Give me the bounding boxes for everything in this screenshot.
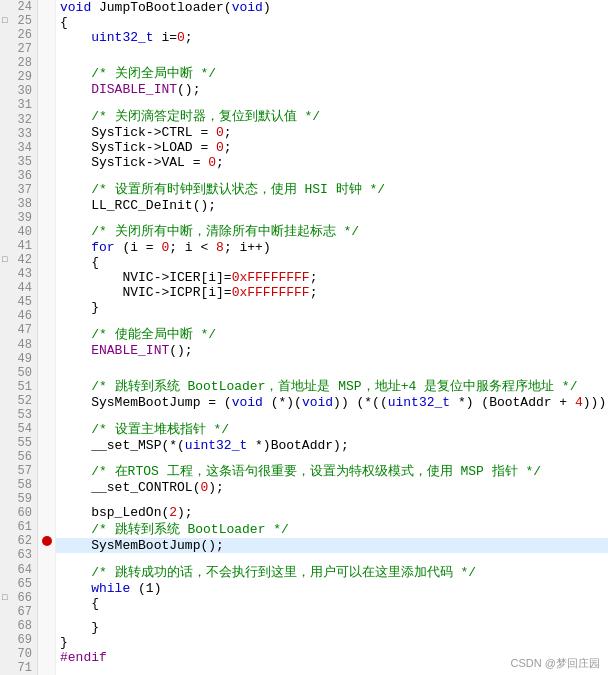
token-plain: [60, 480, 91, 495]
token-plain: {: [60, 15, 68, 30]
code-line: ENABLE_INT();: [56, 343, 608, 358]
gutter-cell: [38, 605, 55, 619]
token-plain: SysTick->VAL =: [91, 155, 208, 170]
token-plain: [60, 522, 91, 537]
token-plain: ;: [216, 155, 224, 170]
gutter-cell: [38, 450, 55, 464]
token-num: 0: [216, 125, 224, 140]
line-number: 46: [0, 309, 37, 323]
token-type: uint32_t: [91, 30, 153, 45]
token-num: 0: [177, 30, 185, 45]
token-plain: [60, 270, 122, 285]
line-number: 61: [0, 520, 37, 534]
token-plain: [60, 82, 91, 97]
code-line: void JumpToBootloader(void): [56, 0, 608, 15]
token-macro: ENABLE_INT: [91, 343, 169, 358]
token-plain: SysTick->CTRL =: [91, 125, 216, 140]
code-line: for (i = 0; i < 8; i++): [56, 240, 608, 255]
line-number: □25: [0, 14, 37, 28]
token-macro: DISABLE_INT: [91, 82, 177, 97]
editor-body: 24□2526272829303132333435363738394041□42…: [0, 0, 608, 675]
code-line: [56, 611, 608, 621]
token-plain: i=: [154, 30, 177, 45]
token-plain: JumpToBootloader(: [91, 0, 231, 15]
line-numbers: 24□2526272829303132333435363738394041□42…: [0, 0, 38, 675]
line-number: 70: [0, 647, 37, 661]
token-comment: /* 使能全局中断 */: [91, 325, 216, 343]
gutter-cell: [38, 84, 55, 98]
gutter-cell: [38, 211, 55, 225]
code-line: NVIC->ICPR[i]=0xFFFFFFFF;: [56, 285, 608, 300]
gutter-cell: [38, 239, 55, 253]
gutter-cell: [38, 169, 55, 183]
token-plain: ): [263, 0, 271, 15]
gutter-cell: [38, 591, 55, 605]
token-num: 2: [169, 505, 177, 520]
line-number: 45: [0, 295, 37, 309]
code-line: /* 在RTOS 工程，这条语句很重要，设置为特权级模式，使用 MSP 指针 *…: [56, 462, 608, 480]
code-line: [56, 170, 608, 180]
line-number: 41: [0, 239, 37, 253]
token-kw: for: [91, 240, 114, 255]
gutter-cell: [38, 633, 55, 647]
token-plain: ;: [224, 140, 232, 155]
token-comment: /* 关闭滴答定时器，复位到默认值 */: [91, 107, 320, 125]
token-plain: [60, 326, 91, 341]
line-number: □42: [0, 253, 37, 267]
token-kw: void: [232, 395, 263, 410]
gutter-cell: [38, 98, 55, 112]
code-line: }: [56, 635, 608, 650]
token-plain: )) (*((: [333, 395, 388, 410]
code-line: SysMemBootJump();: [56, 538, 608, 553]
token-plain: (1): [130, 581, 161, 596]
line-number: 49: [0, 352, 37, 366]
token-plain: *)BootAddr);: [247, 438, 348, 453]
code-line: bsp_LedOn(2);: [56, 505, 608, 520]
line-number: 43: [0, 267, 37, 281]
token-comment: /* 关闭全局中断 */: [91, 64, 216, 82]
line-number: 64: [0, 563, 37, 577]
gutter-cell: [38, 436, 55, 450]
line-number: 24: [0, 0, 37, 14]
token-plain: ;: [310, 270, 318, 285]
code-line: __set_CONTROL(0);: [56, 480, 608, 495]
token-plain: [60, 395, 91, 410]
line-number: 53: [0, 408, 37, 422]
code-line: [56, 358, 608, 368]
token-comment: /* 跳转成功的话，不会执行到这里，用户可以在这里添加代码 */: [91, 563, 476, 581]
line-number: 47: [0, 323, 37, 337]
code-line: [56, 315, 608, 325]
line-number: 29: [0, 70, 37, 84]
line-number: 59: [0, 492, 37, 506]
token-plain: ;: [310, 285, 318, 300]
token-type: uint32_t: [388, 395, 450, 410]
token-plain: [60, 140, 91, 155]
token-plain: ;: [224, 125, 232, 140]
line-number: 39: [0, 211, 37, 225]
token-plain: ; i++): [224, 240, 271, 255]
code-line: {: [56, 15, 608, 30]
gutter-cell: [38, 295, 55, 309]
code-line: /* 跳转到系统 BootLoader */: [56, 520, 608, 538]
line-number: 31: [0, 98, 37, 112]
gutter-cell: [38, 352, 55, 366]
line-number: 28: [0, 56, 37, 70]
line-number: 35: [0, 155, 37, 169]
token-plain: [60, 438, 91, 453]
gutter-cell: [38, 661, 55, 675]
line-number: 34: [0, 141, 37, 155]
gutter-cell: [38, 70, 55, 84]
code-area: void JumpToBootloader(void){ uint32_t i=…: [56, 0, 608, 675]
gutter-cell: [38, 253, 55, 267]
breakpoint-icon[interactable]: [42, 536, 52, 546]
gutter-cell: [38, 338, 55, 352]
token-kw: void: [302, 395, 333, 410]
token-type: uint32_t: [185, 438, 247, 453]
token-plain: (*)(: [263, 395, 302, 410]
token-plain: )));: [583, 395, 608, 410]
token-plain: *) (BootAddr +: [450, 395, 575, 410]
code-line: SysTick->CTRL = 0;: [56, 125, 608, 140]
token-plain: NVIC->ICPR[i]=: [122, 285, 231, 300]
token-num: 4: [575, 395, 583, 410]
gutter-cell: [38, 394, 55, 408]
